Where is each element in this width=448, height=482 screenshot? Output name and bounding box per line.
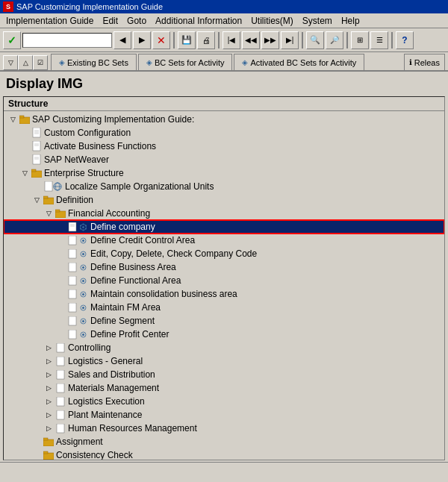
svg-rect-63: [57, 424, 64, 433]
tree-node-materials[interactable]: ▷ Materials Management: [4, 381, 444, 395]
tree-expand-button[interactable]: ▽: [3, 55, 18, 70]
help-button[interactable]: ?: [396, 31, 414, 49]
expander-logistics-general[interactable]: ▷: [43, 355, 55, 367]
expander-plant[interactable]: ▷: [43, 409, 55, 421]
check-button[interactable]: ✓: [3, 31, 21, 49]
tree-node-sap-guide[interactable]: ▽ SAP Customizing Implementation Guide:: [4, 113, 444, 126]
next-button[interactable]: ▶▶: [261, 31, 279, 49]
expander-consistency[interactable]: [31, 449, 43, 460]
expander-sales[interactable]: ▷: [43, 369, 55, 381]
gear-icon-define-company: [77, 222, 89, 232]
expander-segment[interactable]: [55, 315, 66, 327]
forward-button[interactable]: ▶: [133, 31, 151, 49]
back-button[interactable]: ◀: [113, 31, 131, 49]
tree-node-consistency[interactable]: Consistency Check: [4, 448, 444, 460]
tree-node-sap-netweaver[interactable]: SAP NetWeaver: [4, 153, 444, 166]
expander-edit[interactable]: [55, 248, 66, 260]
tree-node-controlling[interactable]: ▷ Controlling: [4, 341, 444, 354]
tree-node-enterprise[interactable]: ▽ Enterprise Structure: [4, 166, 444, 180]
expander-controlling[interactable]: ▷: [43, 342, 55, 354]
tree-node-logistics-general[interactable]: ▷ Logistics - General: [4, 354, 444, 368]
tab-existing-bc-sets[interactable]: ◈ Existing BC Sets: [51, 54, 137, 70]
tree-node-credit-control[interactable]: Define Credit Control Area: [4, 234, 444, 247]
tree-select-button[interactable]: ☑: [33, 55, 48, 70]
node-label-localize: Localize Sample Organizational Units: [63, 181, 214, 192]
menu-additional-info[interactable]: Additional Information: [151, 14, 246, 28]
tree-node-assignment[interactable]: Assignment: [4, 435, 444, 448]
tree-node-logistics-exec[interactable]: ▷ Logistics Execution: [4, 395, 444, 408]
tree-node-activate-biz[interactable]: Activate Business Functions: [4, 140, 444, 153]
expander-profit[interactable]: [55, 328, 66, 340]
node-label-custom-config: Custom Configuration: [43, 128, 131, 138]
tree-node-financial[interactable]: ▽ Financial Accounting: [4, 207, 444, 220]
save-button[interactable]: 💾: [178, 31, 196, 49]
tree-collapse-button[interactable]: △: [18, 55, 33, 70]
expander-define-company[interactable]: [55, 221, 66, 233]
expander-enterprise[interactable]: ▽: [19, 167, 31, 179]
expander-fm[interactable]: [55, 301, 66, 313]
expander-materials[interactable]: ▷: [43, 382, 55, 394]
toolbar-sep-2: [218, 32, 220, 48]
doc-icon-logistics-exec: [55, 396, 66, 407]
expander-localize[interactable]: [31, 181, 43, 193]
tree-node-hr[interactable]: ▷ Human Resources Management: [4, 422, 444, 435]
tree-node-sales[interactable]: ▷ Sales and Distribution: [4, 368, 444, 381]
node-label-define-company: Define company: [89, 222, 155, 232]
expander-definition[interactable]: ▽: [31, 194, 43, 206]
menu-goto[interactable]: Goto: [122, 14, 151, 28]
tab-existing-bc-sets-label: Existing BC Sets: [67, 58, 128, 67]
node-label-logistics-general: Logistics - General: [66, 356, 143, 366]
tree-node-profit-center[interactable]: Define Profit Center: [4, 328, 444, 341]
svg-rect-62: [57, 410, 64, 419]
tree-node-plant[interactable]: ▷ Plant Maintenance: [4, 408, 444, 422]
detail-button[interactable]: ☰: [370, 31, 388, 49]
tab-release[interactable]: ℹ Releas: [404, 54, 445, 70]
tree-node-custom-config[interactable]: Custom Configuration: [4, 126, 444, 140]
tree-node-definition[interactable]: ▽ Definition: [4, 193, 444, 207]
folder-icon-assignment: [43, 436, 55, 447]
menu-implementation-guide[interactable]: Implementation Guide: [1, 14, 98, 28]
expander-financial[interactable]: ▽: [43, 207, 55, 219]
expander-custom[interactable]: [19, 127, 31, 139]
expander-assignment[interactable]: [31, 436, 43, 448]
expander-hr[interactable]: ▷: [43, 422, 55, 434]
tree-node-localize[interactable]: Localize Sample Organizational Units: [4, 180, 444, 193]
tree-node-fm-area[interactable]: Maintain FM Area: [4, 301, 444, 314]
expander-consolidation[interactable]: [55, 288, 66, 300]
expander-activate[interactable]: [19, 140, 31, 152]
node-label-fm-area: Maintain FM Area: [89, 302, 161, 313]
command-input[interactable]: [22, 33, 112, 48]
expander-logistics-exec[interactable]: ▷: [43, 395, 55, 407]
grid-button[interactable]: ⊞: [351, 31, 369, 49]
prev-button[interactable]: ◀◀: [242, 31, 260, 49]
tree-node-functional-area[interactable]: Define Functional Area: [4, 274, 444, 287]
stop-button[interactable]: ✕: [152, 31, 170, 49]
tree-container[interactable]: ▽ SAP Customizing Implementation Guide: …: [4, 111, 444, 460]
gear-icon-credit: [77, 235, 89, 245]
last-button[interactable]: ▶|: [281, 31, 299, 49]
menu-utilities[interactable]: Utilities(M): [246, 14, 298, 28]
print-button[interactable]: 🖨: [197, 31, 215, 49]
window-title: SAP Customizing Implementation Guide: [16, 2, 163, 11]
tab-activated-bc-sets[interactable]: ◈ Activated BC Sets for Activity: [234, 54, 364, 70]
svg-rect-30: [82, 229, 84, 231]
expander-root[interactable]: ▽: [7, 113, 19, 125]
expander-functional[interactable]: [55, 275, 66, 287]
tree-node-edit-copy[interactable]: Edit, Copy, Delete, Check Company Code: [4, 247, 444, 260]
menu-system[interactable]: System: [298, 14, 337, 28]
extended-find-button[interactable]: 🔎: [326, 31, 343, 49]
tab-bc-sets-activity[interactable]: ◈ BC Sets for Activity: [138, 54, 233, 70]
svg-rect-57: [57, 343, 64, 352]
menu-edit[interactable]: Edit: [98, 14, 122, 28]
tree-node-define-company[interactable]: Define company: [4, 220, 444, 234]
expander-business[interactable]: [55, 261, 66, 273]
tree-node-consolidation[interactable]: Maintain consolidation business area: [4, 287, 444, 301]
menu-help[interactable]: Help: [337, 14, 364, 28]
bottom-bar: [0, 462, 448, 474]
tree-node-segment[interactable]: Define Segment: [4, 314, 444, 328]
first-button[interactable]: |◀: [223, 31, 240, 49]
tree-node-business-area[interactable]: Define Business Area: [4, 260, 444, 274]
find-button[interactable]: 🔍: [306, 31, 324, 49]
expander-credit[interactable]: [55, 234, 66, 246]
expander-netweaver[interactable]: [19, 154, 31, 166]
